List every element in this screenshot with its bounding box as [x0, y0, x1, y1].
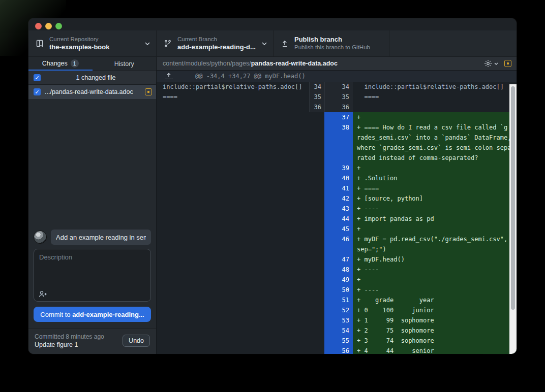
- undo-button[interactable]: Undo: [123, 335, 150, 347]
- diff-row[interactable]: 41+ ====: [157, 183, 517, 193]
- new-line-number[interactable]: 49: [324, 275, 353, 285]
- commit-description-input[interactable]: [34, 249, 150, 289]
- changed-file-row[interactable]: ✓ .../pandas-read-write-data.adoc: [28, 85, 156, 99]
- new-line-number[interactable]: 45: [324, 224, 353, 234]
- diff-row[interactable]: 44+ import pandas as pd: [157, 214, 517, 224]
- old-line-number[interactable]: [309, 325, 324, 336]
- new-line-number[interactable]: 48: [324, 265, 353, 275]
- diff-row[interactable]: 49+: [157, 275, 517, 285]
- old-line-number[interactable]: [309, 173, 324, 183]
- diff-row[interactable]: rated instead of comma-separated?: [157, 153, 517, 163]
- diff-row[interactable]: where `grades_semi.csv` is semi-colon-se…: [157, 143, 517, 153]
- file-checkbox[interactable]: ✓: [34, 88, 41, 95]
- diff-row[interactable]: rades_semi.csv` into a `pandas` DataFram…: [157, 133, 517, 143]
- diff-row[interactable]: 48+ ----: [157, 265, 517, 275]
- current-repository-selector[interactable]: Current Repository the-examples-book: [28, 30, 157, 56]
- publish-branch-button[interactable]: Publish branch Publish this branch to Gi…: [274, 30, 389, 56]
- new-line-number[interactable]: 40: [324, 173, 353, 183]
- old-line-number[interactable]: [309, 193, 324, 204]
- tab-changes[interactable]: Changes 1: [28, 57, 93, 71]
- old-line-number[interactable]: [309, 224, 324, 234]
- new-line-number[interactable]: [324, 153, 353, 163]
- close-window-button[interactable]: [35, 23, 42, 29]
- new-line-number[interactable]: 42: [324, 193, 353, 204]
- new-line-number[interactable]: 41: [324, 183, 353, 193]
- old-line-number[interactable]: [309, 214, 324, 224]
- diff-scrollbar[interactable]: [509, 84, 517, 354]
- old-line-number[interactable]: [309, 265, 324, 275]
- diff-row[interactable]: 51+ grade year: [157, 295, 517, 305]
- new-line-number[interactable]: 50: [324, 285, 353, 295]
- commit-summary-input[interactable]: [51, 230, 151, 245]
- old-line-number[interactable]: [309, 204, 324, 214]
- old-line-number[interactable]: 34: [309, 82, 324, 92]
- add-co-author-icon[interactable]: [39, 290, 48, 298]
- new-line-number[interactable]: 34: [324, 82, 353, 92]
- old-line-number[interactable]: [309, 254, 324, 265]
- old-line-number[interactable]: [309, 315, 324, 325]
- new-line-number[interactable]: 39: [324, 163, 353, 173]
- diff-row[interactable]: 54+ 2 75 sophomore: [157, 325, 517, 336]
- diff-row[interactable]: 50+ ----: [157, 285, 517, 295]
- old-line-number[interactable]: 35: [309, 92, 324, 102]
- diff-row[interactable]: sep=";"): [157, 244, 517, 254]
- new-line-number[interactable]: 54: [324, 325, 353, 336]
- expand-hunk-up-icon[interactable]: [165, 73, 173, 80]
- diff-row[interactable]: 47+ myDF.head(): [157, 254, 517, 265]
- select-all-checkbox[interactable]: ✓: [34, 74, 41, 81]
- new-line-number[interactable]: 36: [324, 102, 353, 112]
- new-line-number[interactable]: 53: [324, 315, 353, 325]
- new-line-number[interactable]: 35: [324, 92, 353, 102]
- old-line-number[interactable]: [309, 122, 324, 133]
- new-line-number[interactable]: 47: [324, 254, 353, 265]
- old-line-number[interactable]: [309, 234, 324, 244]
- old-line-number[interactable]: [309, 133, 324, 143]
- new-line-number[interactable]: [324, 244, 353, 254]
- old-line-number[interactable]: [309, 183, 324, 193]
- old-line-number[interactable]: [309, 163, 324, 173]
- diff-row[interactable]: 40+ .Solution: [157, 173, 517, 183]
- new-line-number[interactable]: [324, 133, 353, 143]
- zoom-window-button[interactable]: [55, 23, 62, 29]
- diff-content[interactable]: @@ -34,4 +34,27 @@ myDF.head() include::…: [157, 71, 517, 354]
- old-line-number[interactable]: [309, 244, 324, 254]
- diff-row[interactable]: 42+ [source, python]: [157, 193, 517, 204]
- new-line-number[interactable]: 37: [324, 112, 353, 122]
- diff-row[interactable]: 46+ myDF = pd.read_csv("./grades_semi.cs…: [157, 234, 517, 244]
- diff-row[interactable]: 37+: [157, 112, 517, 122]
- scrollbar-thumb[interactable]: [511, 86, 515, 310]
- old-line-number[interactable]: [309, 112, 324, 122]
- old-line-number[interactable]: [309, 336, 324, 346]
- old-line-number[interactable]: [309, 275, 324, 285]
- new-line-number[interactable]: 56: [324, 346, 353, 354]
- old-line-number[interactable]: 36: [309, 102, 324, 112]
- new-line-number[interactable]: 38: [324, 122, 353, 133]
- new-line-number[interactable]: 52: [324, 305, 353, 315]
- diff-row[interactable]: ====3535 ====: [157, 92, 517, 102]
- diff-options-button[interactable]: [484, 59, 498, 68]
- diff-row[interactable]: 55+ 3 74 sophomore: [157, 336, 517, 346]
- old-line-number[interactable]: [309, 143, 324, 153]
- diff-row[interactable]: 45+: [157, 224, 517, 234]
- old-line-number[interactable]: [309, 346, 324, 354]
- old-line-number[interactable]: [309, 153, 324, 163]
- current-branch-selector[interactable]: Current Branch add-example-reading-d...: [157, 30, 274, 56]
- old-line-number[interactable]: [309, 295, 324, 305]
- diff-row[interactable]: 53+ 1 99 sophomore: [157, 315, 517, 325]
- diff-row[interactable]: 39+: [157, 163, 517, 173]
- new-line-number[interactable]: 44: [324, 214, 353, 224]
- diff-row[interactable]: 43+ ----: [157, 204, 517, 214]
- commit-button[interactable]: Commit to add-example-reading...: [34, 307, 151, 322]
- diff-row[interactable]: 3636: [157, 102, 517, 112]
- new-line-number[interactable]: 46: [324, 234, 353, 244]
- new-line-number[interactable]: 51: [324, 295, 353, 305]
- minimize-window-button[interactable]: [45, 23, 52, 29]
- old-line-number[interactable]: [309, 285, 324, 295]
- tab-history[interactable]: History: [93, 57, 157, 71]
- diff-row[interactable]: include::partial$relative-paths.adoc[]34…: [157, 82, 517, 92]
- old-line-number[interactable]: [309, 305, 324, 315]
- new-line-number[interactable]: 43: [324, 204, 353, 214]
- diff-row[interactable]: 38+ ==== How do I read a csv file called…: [157, 122, 517, 133]
- new-line-number[interactable]: 55: [324, 336, 353, 346]
- diff-row[interactable]: 56+ 4 44 senior: [157, 346, 517, 354]
